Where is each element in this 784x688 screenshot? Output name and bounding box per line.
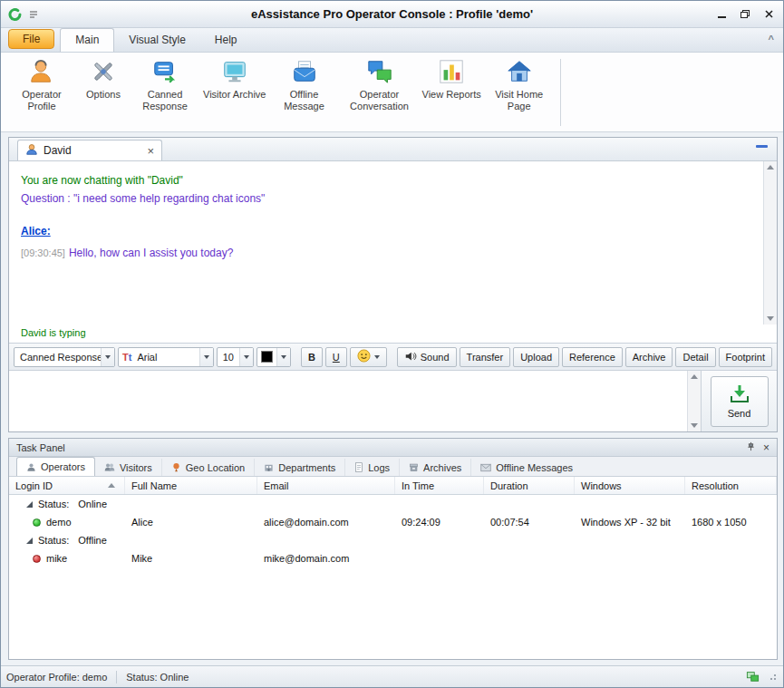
- tab-geo-location[interactable]: Geo Location: [162, 459, 255, 476]
- toolbar-label: Visitor Archive: [203, 89, 266, 101]
- tab-help[interactable]: Help: [200, 29, 252, 52]
- group-row-offline[interactable]: Status: Offline: [9, 531, 777, 549]
- message-input[interactable]: [9, 371, 701, 431]
- chat-operator-name: Alice:: [21, 225, 753, 237]
- operator-profile-icon: [27, 57, 56, 86]
- tab-label: Logs: [368, 462, 390, 473]
- table-header: Login ID Full Name Email In Time Duratio…: [9, 477, 777, 495]
- task-panel-close-icon[interactable]: ×: [763, 441, 769, 454]
- restore-button[interactable]: [736, 6, 754, 23]
- group-value: Online: [78, 499, 107, 509]
- cell-email: alice@domain.com: [257, 517, 395, 528]
- task-panel-tabs: Operators Visitors Geo Location Departme…: [9, 457, 777, 477]
- tab-operators[interactable]: Operators: [16, 457, 95, 476]
- color-swatch: [261, 351, 273, 363]
- column-header-windows[interactable]: Windows: [575, 477, 685, 494]
- emoticon-picker[interactable]: [350, 347, 387, 367]
- chevron-down-icon[interactable]: [101, 348, 114, 366]
- bold-button[interactable]: B: [301, 347, 323, 367]
- underline-button[interactable]: U: [325, 347, 347, 367]
- scroll-up-icon[interactable]: [691, 374, 698, 379]
- toolbar-operator-conversation[interactable]: Operator Conversation: [340, 57, 420, 112]
- chat-tab-david[interactable]: David ×: [17, 140, 162, 160]
- visitor-archive-icon: [220, 57, 249, 86]
- font-combo[interactable]: Tt Arial: [118, 347, 214, 367]
- detail-button[interactable]: Detail: [675, 347, 715, 367]
- tab-logs[interactable]: Logs: [345, 459, 400, 476]
- table-row[interactable]: mike Mike mike@domain.com: [9, 549, 777, 567]
- window-title: eAssistance Pro Operator Console : Profi…: [1, 7, 783, 21]
- status-bar: Operator Profile: demo Status: Online: [1, 665, 783, 687]
- cell-resolution: 1680 x 1050: [685, 517, 777, 528]
- file-menu-button[interactable]: File: [8, 29, 54, 49]
- cell-full-name: Mike: [125, 553, 257, 564]
- tab-archives[interactable]: Archives: [400, 459, 471, 476]
- column-header-login-id[interactable]: Login ID: [9, 477, 125, 494]
- group-expand-icon[interactable]: [26, 538, 33, 544]
- tab-visitors[interactable]: Visitors: [95, 459, 162, 476]
- toolbar-label: View Reports: [422, 89, 481, 101]
- archive-button[interactable]: Archive: [625, 347, 673, 367]
- chat-collapse-icon[interactable]: [756, 145, 768, 148]
- scroll-down-icon[interactable]: [767, 316, 774, 321]
- tab-departments[interactable]: Departments: [255, 459, 345, 476]
- title-bar: eAssistance Pro Operator Console : Profi…: [1, 1, 783, 28]
- close-button[interactable]: [760, 6, 778, 23]
- upload-button[interactable]: Upload: [513, 347, 559, 367]
- tab-label: Geo Location: [186, 462, 245, 473]
- send-icon: [729, 383, 750, 407]
- resize-grip[interactable]: [767, 671, 778, 683]
- window-menu-icon[interactable]: [24, 5, 43, 24]
- sound-toggle-button[interactable]: Sound: [397, 347, 457, 367]
- chevron-down-icon[interactable]: [199, 348, 213, 366]
- toolbar-visitor-archive[interactable]: Visitor Archive: [200, 57, 269, 101]
- toolbar-operator-profile[interactable]: Operator Profile: [6, 57, 77, 112]
- toolbar-offline-message[interactable]: Offline Message: [269, 57, 340, 112]
- collapse-ribbon-icon[interactable]: ^: [769, 34, 774, 44]
- group-label: Status:: [38, 499, 69, 509]
- toolbar-label: Offline Message: [272, 89, 337, 112]
- canned-response-combo[interactable]: Canned Response: [14, 347, 115, 367]
- toolbar-label: Operator Conversation: [343, 89, 417, 112]
- scroll-up-icon[interactable]: [767, 165, 774, 170]
- footprint-button[interactable]: Footprint: [719, 347, 772, 367]
- table-row[interactable]: demo Alice alice@domain.com 09:24:09 00:…: [9, 513, 777, 531]
- send-button[interactable]: Send: [711, 376, 769, 427]
- tab-label: Operators: [41, 461, 85, 472]
- group-row-online[interactable]: Status: Online: [9, 495, 777, 513]
- column-header-duration[interactable]: Duration: [484, 477, 575, 494]
- chat-scrollbar[interactable]: [763, 161, 777, 325]
- toolbar-visit-home-page[interactable]: Visit Home Page: [484, 57, 555, 112]
- tab-visual-style[interactable]: Visual Style: [114, 29, 199, 52]
- input-scrollbar[interactable]: [687, 371, 701, 431]
- transfer-button[interactable]: Transfer: [460, 347, 511, 367]
- tab-main[interactable]: Main: [60, 28, 114, 52]
- minimize-button[interactable]: [712, 6, 731, 23]
- chevron-down-icon[interactable]: [276, 348, 290, 366]
- column-header-resolution[interactable]: Resolution: [685, 477, 777, 494]
- toolbar-view-reports[interactable]: View Reports: [420, 57, 484, 101]
- group-expand-icon[interactable]: [26, 501, 33, 508]
- column-header-in-time[interactable]: In Time: [395, 477, 484, 494]
- online-status-icon: [33, 518, 41, 527]
- scroll-down-icon[interactable]: [691, 423, 698, 428]
- reference-button[interactable]: Reference: [562, 347, 623, 367]
- cell-in-time: 09:24:09: [395, 517, 484, 528]
- message-input-area: Send: [9, 370, 777, 431]
- pin-icon[interactable]: [746, 441, 756, 453]
- tab-offline-messages[interactable]: Offline Messages: [471, 459, 582, 476]
- column-header-email[interactable]: Email: [257, 477, 395, 494]
- toolbar-options[interactable]: Options: [77, 57, 130, 101]
- app-window: eAssistance Pro Operator Console : Profi…: [0, 0, 784, 688]
- chat-tab-close-icon[interactable]: ×: [147, 145, 154, 157]
- chevron-down-icon[interactable]: [239, 348, 253, 366]
- toolbar-canned-response[interactable]: Canned Response: [130, 57, 200, 112]
- font-size-combo[interactable]: 10: [217, 347, 254, 367]
- column-header-full-name[interactable]: Full Name: [125, 477, 257, 494]
- canned-response-icon: [150, 57, 179, 86]
- chat-message: [09:30:45]Hello, how can I assist you to…: [21, 247, 753, 259]
- chat-tab-strip: David ×: [9, 138, 777, 161]
- font-color-picker[interactable]: [256, 347, 291, 367]
- status-online-state: Status: Online: [126, 672, 189, 683]
- tab-label: Archives: [423, 462, 461, 473]
